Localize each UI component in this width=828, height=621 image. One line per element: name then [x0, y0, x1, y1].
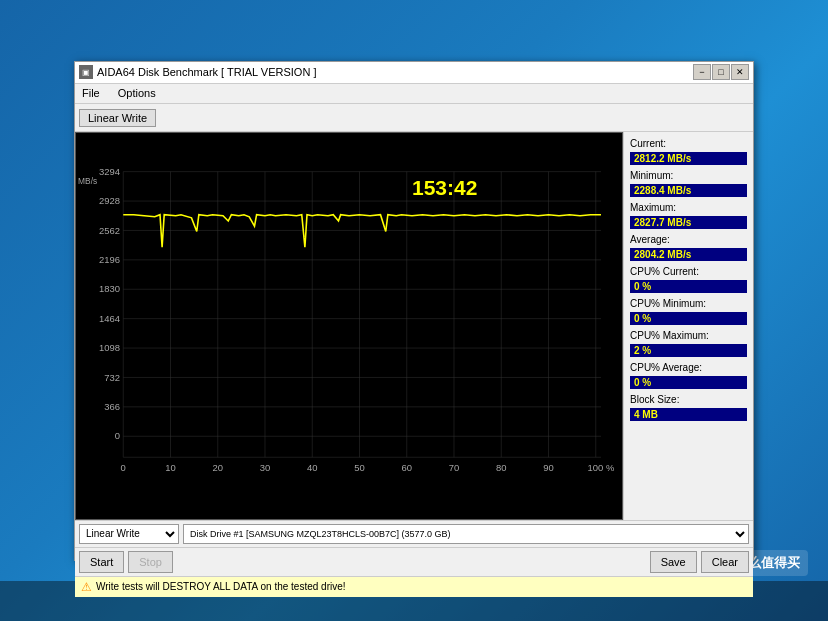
svg-text:3294: 3294	[99, 165, 120, 176]
svg-text:20: 20	[213, 461, 224, 472]
cpu-maximum-label: CPU% Maximum:	[630, 330, 747, 341]
svg-text:100 %: 100 %	[588, 461, 615, 472]
svg-text:80: 80	[496, 461, 507, 472]
minimize-button[interactable]: −	[693, 64, 711, 80]
svg-text:90: 90	[543, 461, 554, 472]
cpu-average-label: CPU% Average:	[630, 362, 747, 373]
title-buttons: − □ ✕	[693, 64, 749, 80]
menu-file[interactable]: File	[79, 86, 103, 100]
average-label: Average:	[630, 234, 747, 245]
svg-text:1830: 1830	[99, 283, 120, 294]
svg-text:2928: 2928	[99, 195, 120, 206]
stats-panel: Current: 2812.2 MB/s Minimum: 2288.4 MB/…	[623, 132, 753, 520]
chart-svg: 3294 2928 2562 2196 1830 1464 1098 732 3…	[76, 133, 622, 519]
cpu-current-value: 0 %	[630, 280, 747, 293]
main-area: 3294 2928 2562 2196 1830 1464 1098 732 3…	[75, 132, 753, 520]
svg-text:0: 0	[115, 430, 120, 441]
svg-rect-0	[76, 163, 622, 489]
svg-text:2196: 2196	[99, 254, 120, 265]
toolbar: Linear Write	[75, 104, 753, 132]
bottom-controls: Linear Write Disk Drive #1 [SAMSUNG MZQL…	[75, 520, 753, 547]
main-window: ▣ AIDA64 Disk Benchmark [ TRIAL VERSION …	[74, 61, 754, 561]
cpu-average-value: 0 %	[630, 376, 747, 389]
svg-text:30: 30	[260, 461, 271, 472]
svg-text:2562: 2562	[99, 224, 120, 235]
svg-text:40: 40	[307, 461, 318, 472]
svg-text:70: 70	[449, 461, 460, 472]
cpu-minimum-value: 0 %	[630, 312, 747, 325]
action-buttons: Start Stop Save Clear	[75, 547, 753, 576]
svg-text:60: 60	[402, 461, 413, 472]
chart-area: 3294 2928 2562 2196 1830 1464 1098 732 3…	[75, 132, 623, 520]
drive-dropdown[interactable]: Disk Drive #1 [SAMSUNG MZQL23T8HCLS-00B7…	[183, 524, 749, 544]
svg-text:MB/s: MB/s	[78, 176, 97, 186]
linear-write-tab[interactable]: Linear Write	[79, 109, 156, 127]
svg-text:366: 366	[104, 401, 120, 412]
svg-text:732: 732	[104, 371, 120, 382]
warning-bar: ⚠ Write tests will DESTROY ALL DATA on t…	[75, 576, 753, 597]
svg-text:153:42: 153:42	[412, 175, 477, 198]
stop-button[interactable]: Stop	[128, 551, 173, 573]
average-value: 2804.2 MB/s	[630, 248, 747, 261]
warning-text: Write tests will DESTROY ALL DATA on the…	[96, 581, 346, 592]
svg-text:1098: 1098	[99, 342, 120, 353]
cpu-minimum-label: CPU% Minimum:	[630, 298, 747, 309]
save-button[interactable]: Save	[650, 551, 697, 573]
svg-text:10: 10	[165, 461, 176, 472]
current-label: Current:	[630, 138, 747, 149]
close-button[interactable]: ✕	[731, 64, 749, 80]
svg-text:1464: 1464	[99, 312, 120, 323]
block-size-label: Block Size:	[630, 394, 747, 405]
maximum-value: 2827.7 MB/s	[630, 216, 747, 229]
warning-icon: ⚠	[81, 580, 92, 594]
menu-options[interactable]: Options	[115, 86, 159, 100]
maximum-label: Maximum:	[630, 202, 747, 213]
test-type-dropdown[interactable]: Linear Write	[79, 524, 179, 544]
minimum-value: 2288.4 MB/s	[630, 184, 747, 197]
window-title: AIDA64 Disk Benchmark [ TRIAL VERSION ]	[97, 66, 316, 78]
title-bar: ▣ AIDA64 Disk Benchmark [ TRIAL VERSION …	[75, 62, 753, 84]
block-size-value: 4 MB	[630, 408, 747, 421]
app-icon: ▣	[79, 65, 93, 79]
current-value: 2812.2 MB/s	[630, 152, 747, 165]
cpu-maximum-value: 2 %	[630, 344, 747, 357]
maximize-button[interactable]: □	[712, 64, 730, 80]
minimum-label: Minimum:	[630, 170, 747, 181]
title-bar-left: ▣ AIDA64 Disk Benchmark [ TRIAL VERSION …	[79, 65, 316, 79]
svg-text:0: 0	[121, 461, 126, 472]
menu-bar: File Options	[75, 84, 753, 104]
start-button[interactable]: Start	[79, 551, 124, 573]
svg-text:50: 50	[354, 461, 365, 472]
cpu-current-label: CPU% Current:	[630, 266, 747, 277]
clear-button[interactable]: Clear	[701, 551, 749, 573]
